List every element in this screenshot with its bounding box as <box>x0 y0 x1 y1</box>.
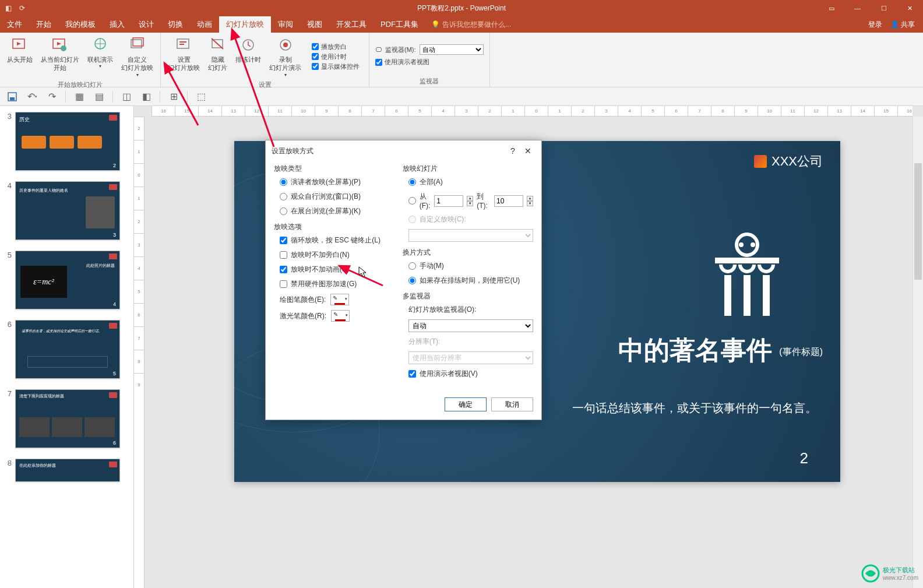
tab-file[interactable]: 文件 <box>0 16 29 33</box>
radio-all[interactable]: 全部(A) <box>408 177 533 187</box>
qat-btn-1[interactable]: ▦ <box>73 90 86 103</box>
svg-rect-21 <box>763 275 770 316</box>
from-input[interactable] <box>434 195 463 207</box>
to-spinner[interactable]: ▲▼ <box>527 196 533 206</box>
check-loop[interactable]: 循环放映，按 ESC 键终止(L) <box>280 235 392 245</box>
scrollbar-thumb[interactable] <box>914 163 922 280</box>
svg-point-17 <box>751 242 755 247</box>
close-button[interactable]: ✕ <box>897 0 923 16</box>
minimize-button[interactable]: — <box>844 0 871 16</box>
tab-design[interactable]: 设计 <box>132 16 161 33</box>
tell-me[interactable]: 💡告诉我您想要做什么... <box>425 16 517 33</box>
ribbon-options-icon[interactable]: ▭ <box>818 0 844 16</box>
setup-icon <box>175 36 193 54</box>
svg-point-2 <box>61 45 66 51</box>
dialog-titlebar: 设置放映方式 ? ✕ <box>266 140 541 161</box>
dialog-close-button[interactable]: ✕ <box>520 145 536 157</box>
group-label-monitor: 监视器 <box>373 76 486 86</box>
monitor-select[interactable]: 自动 <box>420 44 484 55</box>
qat-btn-2[interactable]: ▤ <box>93 90 105 103</box>
from-spinner[interactable]: ▲▼ <box>467 196 473 206</box>
clock-icon <box>239 36 258 54</box>
save-button[interactable] <box>6 90 19 103</box>
undo-button[interactable]: ↶ ▾ <box>26 90 38 103</box>
section-show-options: 放映选项 循环放映，按 ESC 键终止(L) 放映时不加旁白(N) 放映时不加动… <box>274 222 392 322</box>
laser-color-row: 激光笔颜色(R): ✎▾ <box>280 310 392 322</box>
check-no-hwaccel[interactable]: 禁用硬件图形加速(G) <box>280 279 392 289</box>
tab-developer[interactable]: 开发工具 <box>329 16 374 33</box>
setup-slideshow-button[interactable]: 设置 幻灯片放映 <box>164 34 203 79</box>
dialog-help-button[interactable]: ? <box>505 145 520 157</box>
present-online-button[interactable]: 联机演示▾ <box>84 34 117 79</box>
thumb-5[interactable]: 5 ε=mc² 此处照片的标题 4 <box>0 248 133 318</box>
check-presenter-view[interactable]: 使用演示者视图(V) <box>408 369 533 379</box>
radio-kiosk[interactable]: 在展台浏览(全屏幕)(K) <box>280 206 392 216</box>
record-button[interactable]: 录制 幻灯片演示▾ <box>266 34 305 79</box>
tab-slideshow[interactable]: 幻灯片放映 <box>219 16 271 33</box>
svg-rect-18 <box>715 258 779 263</box>
tab-transitions[interactable]: 切换 <box>161 16 190 33</box>
tab-insert[interactable]: 插入 <box>103 16 132 33</box>
pen-color-row: 绘图笔颜色(E): ✎▾ <box>280 294 392 305</box>
tab-pdf[interactable]: PDF工具集 <box>374 16 425 33</box>
use-timing-checkbox[interactable]: 使用计时 <box>309 52 362 62</box>
svg-rect-20 <box>744 275 751 316</box>
tab-home[interactable]: 开始 <box>29 16 58 33</box>
vertical-scrollbar[interactable] <box>913 117 923 588</box>
thumb-8[interactable]: 8 在此处添加你的标题 <box>0 456 133 490</box>
quick-access-toolbar: ↶ ▾ ↷ ▦ ▤ ◫ ◧ ⊞ ⬚ <box>0 87 923 106</box>
hide-slide-button[interactable]: 隐藏 幻灯片 <box>205 34 231 79</box>
radio-timings[interactable]: 如果存在排练时间，则使用它(U) <box>408 276 533 286</box>
hide-icon <box>209 36 227 54</box>
qat-btn-3[interactable]: ◫ <box>120 90 133 103</box>
maximize-button[interactable]: ☐ <box>871 0 897 16</box>
dialog-title: 设置放映方式 <box>272 146 313 156</box>
tab-view[interactable]: 视图 <box>300 16 329 33</box>
ok-button[interactable]: 确定 <box>445 397 487 411</box>
presenter-view-checkbox[interactable]: 使用演示者视图 <box>373 57 486 67</box>
tab-review[interactable]: 审阅 <box>271 16 300 33</box>
radio-individual[interactable]: 观众自行浏览(窗口)(B) <box>280 192 392 202</box>
watermark-icon <box>861 564 880 583</box>
qat-btn-5[interactable]: ⊞ <box>167 90 180 103</box>
pen-color-picker[interactable]: ✎▾ <box>330 294 349 305</box>
bulb-icon: 💡 <box>431 20 440 29</box>
tab-templates[interactable]: 我的模板 <box>58 16 103 33</box>
logo-icon <box>754 155 767 168</box>
thumb-7[interactable]: 7 清楚下面列应应现的标题 6 <box>0 387 133 456</box>
window-title: PPT教程2.pptx - PowerPoint <box>417 3 506 13</box>
thumb-4[interactable]: 4 历史事件的重要人物的姓名 3 <box>0 179 133 248</box>
to-input[interactable] <box>494 195 523 207</box>
slide-panel[interactable]: 3 历史 2 4 历史事件的重要人物的姓名 3 5 ε=mc² <box>0 106 134 588</box>
play-narration-checkbox[interactable]: 播放旁白 <box>309 42 362 52</box>
custom-slideshow-button[interactable]: 自定义 幻灯片放映▾ <box>118 34 157 79</box>
from-beginning-button[interactable]: 从头开始 <box>3 34 36 79</box>
group-label-start: 开始放映幻灯片 <box>3 79 157 89</box>
login-link[interactable]: 登录 <box>868 20 882 30</box>
qat-btn-6[interactable]: ⬚ <box>195 90 207 103</box>
show-media-checkbox[interactable]: 显示媒体控件 <box>309 62 362 72</box>
redo-button[interactable]: ↷ <box>45 90 58 103</box>
slide-tagline: 一句话总结该事件，或关于该事件的一句名言。 <box>572 400 817 416</box>
rehearse-button[interactable]: 排练计时 <box>232 34 265 79</box>
radio-manual[interactable]: 手动(M) <box>408 261 533 271</box>
section-show-slides: 放映幻灯片 全部(A) 从(F): ▲▼ 到(T): ▲▼ 自定义放映(C): <box>403 164 533 242</box>
play-icon <box>10 36 29 54</box>
cancel-button[interactable]: 取消 <box>491 397 533 411</box>
from-current-button[interactable]: 从当前幻灯片 开始 <box>37 34 83 79</box>
qat-btn-4[interactable]: ◧ <box>140 90 153 103</box>
ribbon-group-start: 从头开始 从当前幻灯片 开始 联机演示▾ 自定义 幻灯片放映▾ 开始放映幻灯片 <box>0 33 161 87</box>
check-no-narration[interactable]: 放映时不加旁白(N) <box>280 250 392 260</box>
share-button[interactable]: 👤 共享 <box>890 20 915 30</box>
app-icon: ◧ <box>3 3 13 13</box>
thumb-6[interactable]: 6 读事件的名著，或支持的论文或声明后的一般行话。 5 <box>0 318 133 387</box>
thumb-3[interactable]: 3 历史 2 <box>0 110 133 179</box>
tab-animations[interactable]: 动画 <box>190 16 219 33</box>
laser-color-picker[interactable]: ✎▾ <box>331 310 350 322</box>
titlebar-left: ◧ ⟳ <box>3 3 27 13</box>
pillar-icon <box>706 228 788 322</box>
show-monitor-select[interactable]: 自动 <box>408 319 533 332</box>
radio-from[interactable]: 从(F): <box>408 192 431 210</box>
radio-presenter[interactable]: 演讲者放映(全屏幕)(P) <box>280 177 392 187</box>
check-no-animation[interactable]: 放映时不加动画(S) <box>280 265 392 274</box>
